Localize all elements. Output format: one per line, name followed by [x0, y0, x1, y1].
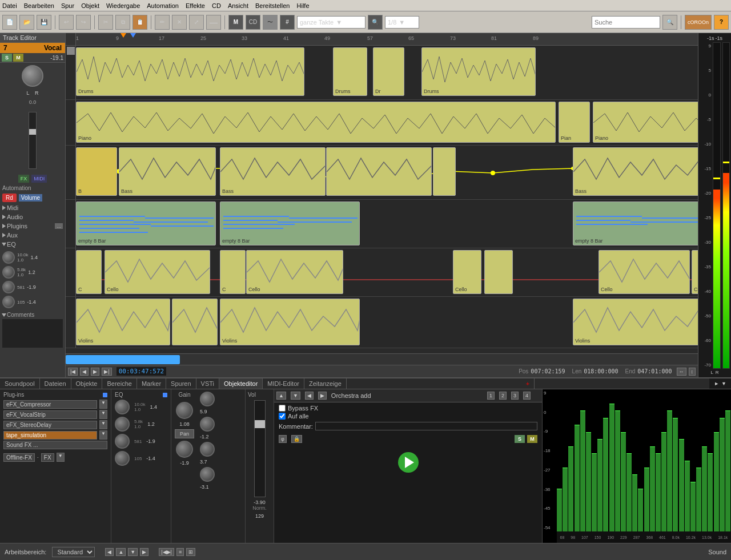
grid-btn[interactable]: #	[280, 15, 295, 30]
tab-zeitanzeige[interactable]: Zeitanzeige	[304, 378, 347, 389]
plugin-2-dropdown[interactable]: ▼	[99, 410, 107, 419]
loop-end-button[interactable]: ↕	[689, 368, 696, 376]
drums-clip-2[interactable]: Drums	[333, 47, 367, 96]
menu-wiedergabe[interactable]: Wiedergabe	[106, 2, 140, 9]
midi-s-btn[interactable]: S	[515, 435, 525, 443]
eq-knob-4[interactable]	[2, 296, 15, 308]
prev-button[interactable]: ◀	[80, 368, 89, 376]
midi-left-btn[interactable]: ◀	[305, 392, 314, 400]
open-button[interactable]: 📂	[19, 15, 34, 30]
audio-section[interactable]: Audio	[0, 212, 65, 221]
cd-btn[interactable]: CD	[246, 15, 260, 30]
menu-spur[interactable]: Spur	[61, 2, 74, 9]
cello-clip-8[interactable]: Cello	[692, 250, 698, 294]
piano-clip-2[interactable]: Pian	[559, 102, 590, 143]
track-1-resize[interactable]	[67, 47, 75, 55]
bass-clip-5[interactable]	[433, 147, 456, 196]
search-button[interactable]: 🔍	[662, 15, 677, 30]
plugin-4-dropdown[interactable]: ▼	[99, 430, 107, 440]
plugin-btn[interactable]: ?	[714, 15, 729, 30]
track-6-lane[interactable]: Violins Violins	[76, 297, 698, 348]
plugin-efx-stereodelay[interactable]: eFX_StereoDelay	[3, 421, 97, 429]
violins-clip-2[interactable]	[172, 299, 218, 345]
eq-panel-knob-2[interactable]	[115, 417, 130, 432]
menu-bearbeiten[interactable]: Bearbeiten	[24, 2, 54, 9]
status-nav-1[interactable]: ◀	[105, 548, 114, 556]
auf-alle-checkbox[interactable]	[279, 413, 286, 420]
erase-button[interactable]: ✕	[172, 15, 187, 30]
plugin-efx-vocalstrip[interactable]: eFX_VocalStrip	[3, 410, 97, 419]
pan-knob[interactable]	[176, 441, 193, 458]
timeline-scrollbar[interactable]	[66, 353, 698, 365]
eq-panel-knob-1[interactable]	[115, 400, 130, 414]
plugin-3-dropdown[interactable]: ▼	[99, 420, 107, 429]
search-input[interactable]	[592, 16, 660, 29]
status-extra-1[interactable]: |◀▶|	[159, 548, 174, 556]
vocal-s-button[interactable]: S	[2, 54, 12, 62]
menu-ansicht[interactable]: Ansicht	[228, 2, 248, 9]
fader-handle[interactable]	[29, 129, 36, 135]
wave-btn[interactable]: 〜	[263, 15, 278, 30]
status-extra-3[interactable]: ⊞	[186, 548, 195, 556]
menu-bereitstellen[interactable]: Bereitstellen	[255, 2, 290, 9]
bypass-fx-checkbox[interactable]	[279, 405, 286, 412]
strings-clip-2[interactable]: empty 8 Bar	[220, 202, 360, 245]
rewind-button[interactable]: |◀	[68, 368, 78, 376]
status-nav-4[interactable]: ▶	[140, 548, 148, 556]
tab-spuren[interactable]: Spuren	[166, 378, 196, 389]
track-4-lane[interactable]: empty 8 Bar empty 8 Bar	[76, 200, 698, 248]
bass-clip-1[interactable]: B	[76, 147, 117, 196]
status-nav-3[interactable]: ▼	[128, 548, 138, 556]
undo-button[interactable]: ↩	[59, 15, 74, 30]
fx-dropdown[interactable]: ▼	[57, 453, 65, 462]
status-extra-2[interactable]: ≡	[176, 548, 184, 556]
copy-button[interactable]: ⧉	[115, 15, 130, 30]
midi-num-2[interactable]: 2	[499, 392, 507, 400]
eq-knob-3[interactable]	[2, 281, 15, 293]
piano-clip-1[interactable]: Piano	[76, 102, 556, 143]
play-button[interactable]	[398, 452, 419, 473]
tab-soundpool[interactable]: Soundpool	[0, 378, 40, 389]
vol-fader-handle[interactable]	[255, 420, 265, 428]
tab-bereiche[interactable]: Bereiche	[102, 378, 136, 389]
fx-button[interactable]: FX	[18, 175, 30, 183]
eq-knob-1[interactable]	[2, 251, 15, 264]
eq-panel-knob-3[interactable]	[115, 434, 130, 449]
status-nav-2[interactable]: ▲	[116, 548, 126, 556]
redo-button[interactable]: ↪	[76, 15, 91, 30]
track-2-lane[interactable]: Piano Pian Piano	[76, 100, 698, 145]
bass-clip-4[interactable]	[326, 147, 432, 196]
loop-button[interactable]: ↔	[677, 368, 686, 376]
midi-num-4[interactable]: 4	[523, 392, 531, 400]
paste-button[interactable]: 📋	[132, 15, 147, 30]
midi-right-btn[interactable]: ▶	[318, 392, 327, 400]
menu-objekt[interactable]: Objekt	[81, 2, 99, 9]
compressor-gain-knob[interactable]	[200, 392, 215, 406]
vocal-m-button[interactable]: M	[13, 54, 23, 62]
piano-clip-3[interactable]: Piano	[593, 102, 698, 143]
drums-clip-3[interactable]: Dr	[373, 47, 404, 96]
violins-clip-1[interactable]: Violins	[76, 299, 170, 345]
midi-m-btn[interactable]: M	[527, 435, 537, 443]
track-3-lane[interactable]: B Bass Bass	[76, 146, 698, 199]
eq-knob-2[interactable]	[2, 266, 15, 279]
strings-clip-3[interactable]: empty 8 Bar	[573, 202, 698, 245]
strings-clip-1[interactable]: empty 8 Bar	[76, 202, 216, 245]
tab-marker[interactable]: Marker	[137, 378, 166, 389]
fx-btn[interactable]: FX	[41, 453, 54, 462]
master-knob[interactable]	[22, 65, 43, 87]
cello-clip-2[interactable]: Cello	[105, 250, 210, 294]
next-button[interactable]: ▶	[91, 368, 99, 376]
menu-cd[interactable]: CD	[212, 2, 221, 9]
stereo-gain-knob[interactable]	[200, 442, 215, 457]
comments-area[interactable]	[2, 319, 63, 348]
bass-clip-3[interactable]: Bass	[220, 147, 326, 196]
tab-objekte[interactable]: Objekte	[71, 378, 103, 389]
plugin-efx-compressor[interactable]: eFX_Compressor	[3, 400, 97, 409]
rd-button[interactable]: Rd	[2, 194, 17, 202]
comments-triangle[interactable]	[2, 313, 6, 317]
eq-panel-knob-4[interactable]	[115, 451, 130, 466]
violins-clip-3[interactable]: Violins	[220, 299, 360, 345]
cello-clip-3[interactable]: C	[220, 250, 246, 294]
aux-section[interactable]: Aux	[0, 231, 65, 240]
